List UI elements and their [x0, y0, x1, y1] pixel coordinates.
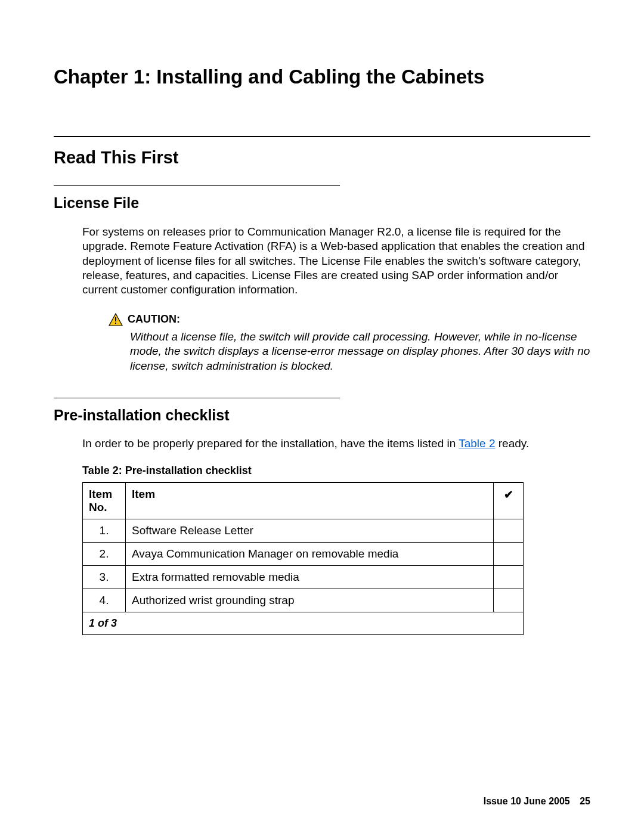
caution-text: Without a license file, the switch will … — [130, 330, 590, 374]
svg-rect-1 — [115, 317, 116, 321]
footer-page-number: 25 — [580, 796, 590, 806]
cell-no: 1. — [83, 519, 126, 542]
intro-suffix: ready. — [496, 437, 530, 450]
cell-item: Authorized wrist grounding strap — [126, 589, 494, 612]
table-row: 2. Avaya Communication Manager on remova… — [83, 542, 524, 565]
intro-prefix: In order to be properly prepared for the… — [82, 437, 459, 450]
cell-item: Software Release Letter — [126, 519, 494, 542]
cell-check — [494, 589, 524, 612]
cell-no: 3. — [83, 565, 126, 589]
divider-short-2 — [54, 398, 340, 398]
table-caption: Table 2: Pre-installation checklist — [82, 465, 524, 477]
cell-item: Extra formatted removable media — [126, 565, 494, 589]
th-item-no: Item No. — [83, 482, 126, 519]
cell-check — [494, 542, 524, 565]
preinstall-table: Item No. Item ✔ 1. Software Release Lett… — [82, 482, 524, 635]
table-page-indicator-row: 1 of 3 — [83, 612, 524, 634]
footer-issue: Issue 10 June 2005 — [484, 796, 570, 806]
license-body: For systems on releases prior to Communi… — [82, 225, 590, 298]
cell-item: Avaya Communication Manager on removable… — [126, 542, 494, 565]
divider-short-1 — [54, 185, 340, 186]
table-row: 1. Software Release Letter — [83, 519, 524, 542]
th-item: Item — [126, 482, 494, 519]
warning-icon — [109, 313, 123, 326]
table-page-indicator: 1 of 3 — [83, 612, 524, 634]
svg-rect-2 — [115, 323, 116, 324]
table-row: 4. Authorized wrist grounding strap — [83, 589, 524, 612]
caution-block: CAUTION: Without a license file, the swi… — [130, 313, 590, 374]
cell-check — [494, 565, 524, 589]
subsection-license-file: License File — [54, 194, 590, 212]
divider-thick — [54, 136, 590, 137]
section-read-this-first: Read This First — [54, 148, 590, 168]
table-2-link[interactable]: Table 2 — [459, 437, 495, 450]
cell-check — [494, 519, 524, 542]
table-row: 3. Extra formatted removable media — [83, 565, 524, 589]
subsection-preinstall: Pre-installation checklist — [54, 407, 590, 424]
cell-no: 2. — [83, 542, 126, 565]
th-check: ✔ — [494, 482, 524, 519]
chapter-title: Chapter 1: Installing and Cabling the Ca… — [54, 66, 590, 88]
caution-label: CAUTION: — [128, 313, 180, 326]
cell-no: 4. — [83, 589, 126, 612]
page-footer: Issue 10 June 2005 25 — [484, 796, 590, 807]
preinstall-intro: In order to be properly prepared for the… — [82, 437, 590, 450]
